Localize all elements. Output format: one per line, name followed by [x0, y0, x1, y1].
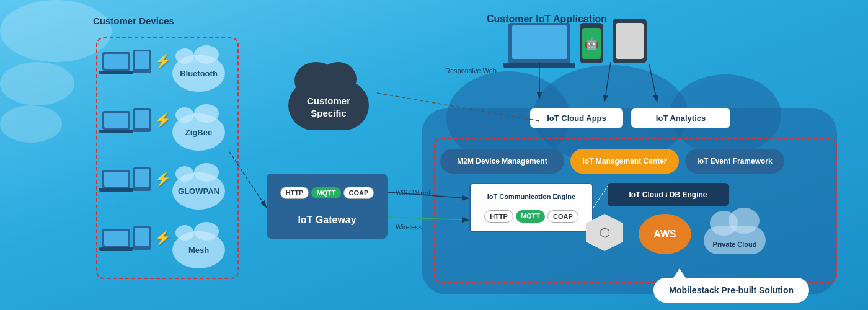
laptop-icon-2 [102, 111, 130, 130]
laptop-icon [102, 52, 130, 71]
iot-analytics-label: IoT Analytics [656, 113, 706, 123]
iot-cloud-apps-box: IoT Cloud Apps [530, 108, 623, 128]
lightning-icon-mesh: ⚡ [154, 230, 171, 246]
lightning-icon-bluetooth: ⚡ [154, 53, 171, 69]
customer-specific-cloud: Customer Specific [282, 56, 375, 130]
gateway-proto-mqtt: MQTT [311, 187, 340, 198]
tr-tablet-group [613, 19, 647, 63]
laptop-screen-3 [104, 172, 128, 187]
device-row-mesh: ⚡ [102, 226, 174, 250]
laptop-icon-4 [102, 229, 130, 247]
right-dashed-box [434, 138, 837, 283]
tr-laptop-screen [512, 25, 567, 59]
lightning-icon-zigbee: ⚡ [154, 112, 171, 128]
wifi-wired-label: Wifi / Wired [396, 189, 430, 197]
laptop-screen-2 [104, 113, 128, 128]
tablet-icon-2 [133, 108, 151, 132]
tr-phone-group: 🤖 [580, 23, 603, 63]
tablet-screen-2 [135, 110, 149, 128]
bg-cloud-1 [0, 0, 112, 62]
gateway-label: IoT Gateway [298, 215, 356, 226]
iot-analytics-box: IoT Analytics [631, 108, 730, 128]
laptop-screen [104, 54, 128, 69]
iot-gateway-box: HTTP MQTT COAP IoT Gateway [267, 174, 388, 239]
customer-devices-label: Customer Devices [93, 16, 174, 26]
iot-cloud-apps-label: IoT Cloud Apps [547, 113, 606, 123]
lightning-icon-glowpan: ⚡ [154, 171, 171, 187]
glowpan-label: GLOWPAN [178, 187, 219, 196]
bg-cloud-2 [0, 62, 74, 105]
tablet-screen [135, 51, 149, 69]
device-icon-zigbee [102, 108, 151, 132]
bg-cloud-3 [0, 105, 62, 143]
tr-laptop [508, 23, 570, 63]
laptop-icon-3 [102, 170, 130, 188]
device-icon-mesh [102, 226, 151, 250]
device-icon-bluetooth [102, 50, 151, 73]
tr-phone-screen: 🤖 [582, 28, 601, 59]
protocol-bubble-zigbee: ZigBee [172, 113, 225, 151]
mesh-label: Mesh [188, 246, 209, 255]
gateway-protocols: HTTP MQTT COAP [280, 187, 374, 199]
tr-tablet-screen [616, 23, 644, 59]
mobilestack-label: Mobilestack Pre-built Solution [669, 285, 794, 295]
tr-phone: 🤖 [580, 23, 603, 63]
device-row-bluetooth: ⚡ [102, 50, 174, 73]
device-row-zigbee: ⚡ [102, 108, 174, 132]
mobilestack-speech-bubble: Mobilestack Pre-built Solution [653, 278, 809, 303]
tablet-icon-3 [133, 167, 151, 191]
private-cloud-label: Private Cloud [701, 241, 769, 248]
customer-specific-text: Customer Specific [282, 95, 375, 119]
protocol-bubble-mesh: Mesh [172, 231, 225, 268]
bluetooth-label: Bluetooth [180, 69, 218, 78]
laptop-screen-4 [104, 231, 128, 246]
protocol-bubble-glowpan: GLOWPAN [172, 172, 225, 210]
protocol-bubble-bluetooth: Bluetooth [172, 55, 225, 92]
gateway-proto-coap: COAP [343, 187, 374, 199]
tablet-screen-4 [135, 228, 149, 246]
responsive-web-group [508, 23, 570, 63]
tr-tablet [613, 19, 647, 63]
tablet-icon [133, 50, 151, 73]
zigbee-label: ZigBee [185, 128, 212, 137]
device-icon-glowpan [102, 167, 151, 191]
tablet-screen-3 [135, 169, 149, 187]
top-right-devices: 🤖 [508, 19, 647, 63]
gateway-proto-http: HTTP [280, 187, 309, 199]
device-row-glowpan: ⚡ [102, 167, 174, 191]
tablet-icon-4 [133, 226, 151, 250]
wireless-label: Wireless [396, 223, 422, 231]
